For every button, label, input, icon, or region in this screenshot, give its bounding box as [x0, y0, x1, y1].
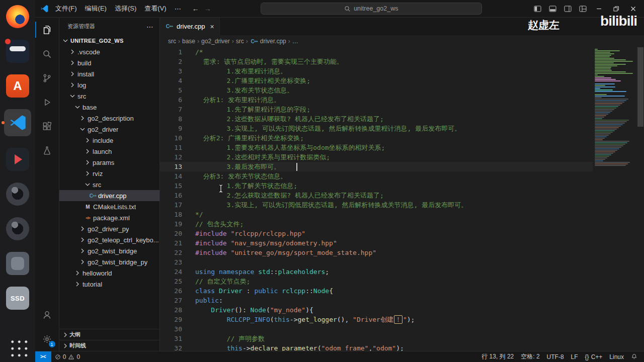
customize-layout-icon[interactable] — [577, 3, 590, 15]
tree-item-log[interactable]: log — [59, 79, 159, 90]
menu-item-1[interactable]: 编辑(E) — [81, 3, 111, 14]
breadcrumb-item-0[interactable]: src — [168, 38, 176, 45]
dock-gray-app-icon[interactable] — [0, 252, 35, 275]
code-line-26[interactable]: 26class Driver : public rclcpp::Node{ — [160, 286, 593, 296]
code-line-21[interactable]: 21#include "nav_msgs/msg/odometry.hpp" — [160, 238, 593, 248]
menu-item-0[interactable]: 文件(F) — [51, 3, 81, 14]
status-indentation[interactable]: 空格: 2 — [517, 351, 543, 362]
vscode-logo-icon[interactable] — [40, 5, 48, 13]
tree-item-go2_driver[interactable]: go2_driver — [59, 124, 159, 135]
tree-item-package.xml[interactable]: </>package.xml — [59, 212, 159, 223]
code-line-30[interactable]: 30 — [160, 324, 593, 334]
status-eol[interactable]: LF — [568, 351, 582, 362]
status-encoding[interactable]: UTF-8 — [543, 351, 568, 362]
history-forward-button[interactable]: → — [204, 5, 211, 13]
code-line-15[interactable]: 15 1.先了解关节状态信息; — [160, 181, 593, 191]
code-line-19[interactable]: 19// 包含头文件; — [160, 219, 593, 229]
tree-item-include[interactable]: include — [59, 135, 159, 146]
history-back-button[interactable]: ← — [192, 5, 199, 13]
code-line-31[interactable]: 31 // 声明参数 — [160, 334, 593, 343]
code-line-3[interactable]: 3 1.发布里程计消息。 — [160, 66, 593, 76]
editor-scrollbar[interactable] — [637, 47, 644, 351]
code-line-5[interactable]: 5 3.发布关节状态信息。 — [160, 85, 593, 95]
code-line-9[interactable]: 9 3.实现上, 可以先订阅状态话题, 然后解析转换成里程计消息, 最后发布即可… — [160, 124, 593, 133]
dock-ubuntu-software-icon[interactable]: A — [0, 74, 35, 98]
code-line-6[interactable]: 6 分析1: 发布里程计消息。 — [160, 95, 593, 105]
tab-driver-cpp[interactable]: C++ driver.cpp × — [160, 18, 220, 35]
scrollbar-handle[interactable] — [637, 47, 643, 127]
code-line-17[interactable]: 17 3.实现上, 可以先订阅低层状态话题, 然后解析转换成关节消息, 最后发布… — [160, 200, 593, 210]
code-line-22[interactable]: 22#include "unitree_go/msg/sport_mode_st… — [160, 248, 593, 257]
dock-app-grid-icon[interactable] — [0, 337, 35, 357]
code-line-2[interactable]: 2 需求: 该节点启动时, 需要实现三个主要功能。 — [160, 57, 593, 66]
dock-vscode-icon[interactable] — [0, 109, 35, 136]
code-line-14[interactable]: 14 分析3: 发布关节状态信息。 — [160, 171, 593, 181]
tree-item-go2_driver_py[interactable]: go2_driver_py — [59, 223, 159, 234]
tree-item-launch[interactable]: launch — [59, 146, 159, 157]
menu-item-2[interactable]: 选择(S) — [111, 3, 140, 14]
code-line-28[interactable]: 28 Driver(): Node("my_node"){ — [160, 305, 593, 315]
toggle-panel-icon[interactable] — [546, 3, 559, 15]
code-line-10[interactable]: 10 分析2: 广播里程计相关坐标变换; — [160, 133, 593, 143]
tree-item-build[interactable]: build — [59, 57, 159, 68]
sidebar-more-actions-icon[interactable]: ⋯ — [146, 23, 153, 31]
menu-overflow-button[interactable]: ⋯ — [171, 3, 185, 15]
tree-item-tutorial[interactable]: tutorial — [59, 279, 159, 290]
activitybar-extensions-icon[interactable] — [35, 114, 59, 138]
breadcrumb-item-1[interactable]: base — [182, 38, 195, 45]
tree-item-CMakeLists.txt[interactable]: MCMakeLists.txt — [59, 201, 159, 212]
code-line-8[interactable]: 8 2.这些数据从哪获取? 机器人已经发布了相关话题了; — [160, 114, 593, 124]
status-cursor-position[interactable]: 行 13, 列 22 — [478, 351, 517, 362]
sidebar-panel-timeline[interactable]: 时间线 — [59, 340, 159, 351]
breadcrumb-item-4[interactable]: C++driver.cpp — [250, 37, 286, 45]
activitybar-explorer-icon[interactable] — [35, 18, 59, 42]
code-line-7[interactable]: 7 1.先了解里程计消息的字段; — [160, 105, 593, 114]
dock-media-app-icon[interactable] — [0, 148, 35, 171]
code-line-12[interactable]: 12 2.这些相对关系与里程计数据类似; — [160, 152, 593, 162]
tree-item-install[interactable]: install — [59, 68, 159, 79]
notifications-bell-icon[interactable] — [627, 351, 641, 362]
remote-indicator[interactable]: >< — [35, 351, 51, 362]
activitybar-source-control-icon[interactable] — [35, 66, 59, 90]
code-line-13[interactable]: 13 3.最后发布即可。 — [160, 162, 593, 171]
tab-close-icon[interactable]: × — [210, 23, 214, 31]
code-line-4[interactable]: 4 2.广播里程计相关坐标变换; — [160, 76, 593, 85]
dock-camera-app-1-icon[interactable] — [0, 183, 35, 206]
command-center-search[interactable]: unitree_go2_ws — [261, 3, 482, 15]
activitybar-run-debug-icon[interactable] — [35, 90, 59, 114]
activitybar-search-icon[interactable] — [35, 42, 59, 66]
toggle-secondary-sidebar-icon[interactable] — [561, 3, 575, 15]
code-editor[interactable]: 1/*2 需求: 该节点启动时, 需要实现三个主要功能。3 1.发布里程计消息。… — [160, 47, 644, 351]
code-line-27[interactable]: 27public: — [160, 296, 593, 305]
code-line-18[interactable]: 18*/ — [160, 210, 593, 219]
toggle-sidebar-icon[interactable] — [531, 3, 544, 15]
tree-item-driver.cpp[interactable]: C++driver.cpp — [59, 190, 159, 201]
workspace-root-row[interactable]: UNITREE_GO2_WS — [59, 35, 159, 46]
tree-item-go2_teleop_ctrl_keybo...[interactable]: go2_teleop_ctrl_keybo... — [59, 234, 159, 245]
problems-indicator[interactable]: 0 0 — [51, 351, 84, 362]
tree-item-rviz[interactable]: rviz — [59, 168, 159, 179]
activitybar-accounts-icon[interactable] — [35, 303, 59, 327]
breadcrumb-item-2[interactable]: go2_driver — [201, 38, 230, 45]
tree-item-params[interactable]: params — [59, 157, 159, 168]
dock-firefox-icon[interactable] — [0, 5, 35, 28]
breadcrumb-item-3[interactable]: src — [236, 38, 244, 45]
code-line-1[interactable]: 1/* — [160, 47, 593, 57]
tree-item-go2_twist_bridge[interactable]: go2_twist_bridge — [59, 245, 159, 256]
code-line-20[interactable]: 20#include "rclcpp/rclcpp.hpp" — [160, 229, 593, 238]
tree-item-helloworld[interactable]: helloworld — [59, 267, 159, 279]
dock-camera-app-2-icon[interactable] — [0, 217, 35, 240]
menu-item-3[interactable]: 查看(V) — [140, 3, 170, 14]
code-line-11[interactable]: 11 1.需要发布机器人基坐标系与odom坐标系的相对关系; — [160, 143, 593, 152]
code-line-32[interactable]: 32 this->declare_parameter("odom_frame",… — [160, 343, 593, 351]
tree-item-go2_twist_bridge_py[interactable]: go2_twist_bridge_py — [59, 256, 159, 267]
status-os[interactable]: Linux — [606, 351, 627, 362]
tree-item-go2_description[interactable]: go2_description — [59, 113, 159, 124]
code-line-29[interactable]: 29 RCLCPP_INFO(this->get_logger(), "Driv… — [160, 315, 593, 324]
tree-item-base[interactable]: base — [59, 102, 159, 113]
dock-screen-recorder-icon[interactable] — [0, 40, 35, 63]
minimap[interactable] — [593, 47, 637, 351]
breadcrumb-item-5[interactable]: … — [292, 38, 298, 45]
activitybar-settings-icon[interactable]: 1 — [35, 327, 59, 351]
tree-item-src[interactable]: src — [59, 179, 159, 190]
